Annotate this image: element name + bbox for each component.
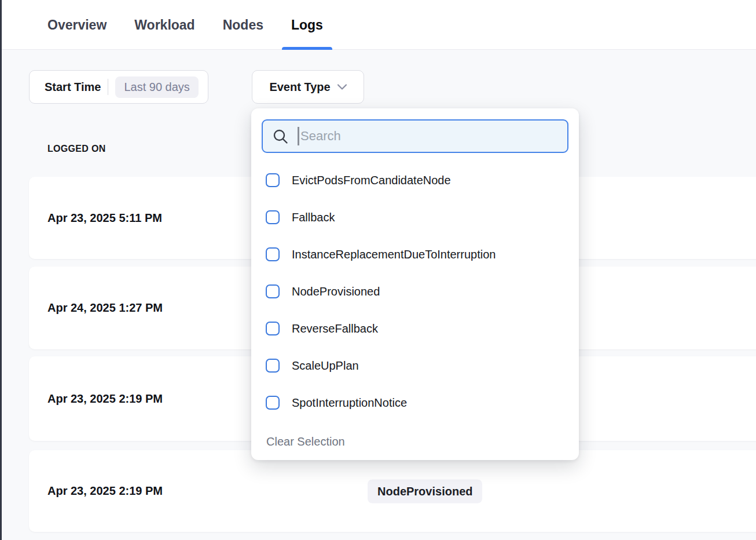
event-type-options: EvictPodsFromCandidateNode Fallback Inst…: [251, 162, 579, 421]
active-tab-underline: [282, 47, 332, 50]
logged-on-value: Apr 24, 2025 1:27 PM: [47, 301, 163, 315]
tab-overview-label: Overview: [47, 17, 107, 33]
option-fallback[interactable]: Fallback: [251, 199, 579, 236]
option-scaleupplan[interactable]: ScaleUpPlan: [251, 347, 579, 384]
option-spotinterruptionnotice[interactable]: SpotInterruptionNotice: [251, 384, 579, 421]
option-label: ReverseFallback: [292, 322, 378, 335]
tab-bar: Overview Workload Nodes Logs: [0, 0, 756, 50]
sidebar-edge: [0, 0, 2, 540]
event-type-badge: NodeProvisioned: [368, 479, 482, 503]
checkbox[interactable]: [266, 210, 280, 224]
column-header-logged-on: LOGGED ON: [47, 144, 105, 154]
tabs: Overview Workload Nodes Logs: [38, 0, 332, 50]
start-time-value[interactable]: Last 90 days: [115, 76, 198, 98]
log-row[interactable]: Apr 23, 2025 2:19 PM NodeProvisioned: [29, 450, 756, 532]
dropdown-search-box[interactable]: [262, 119, 568, 153]
checkbox[interactable]: [266, 247, 280, 261]
logs-page: Overview Workload Nodes Logs Start Time …: [0, 0, 756, 540]
checkbox[interactable]: [266, 284, 280, 298]
event-type-label: Event Type: [269, 81, 330, 94]
logged-on-value: Apr 23, 2025 2:19 PM: [47, 392, 163, 406]
option-label: Fallback: [292, 211, 335, 224]
option-nodeprovisioned[interactable]: NodeProvisioned: [251, 273, 579, 310]
tab-logs[interactable]: Logs: [282, 0, 332, 50]
logged-on-value: Apr 23, 2025 5:11 PM: [47, 211, 162, 225]
dropdown-search-input[interactable]: [299, 129, 567, 144]
tab-overview[interactable]: Overview: [38, 0, 116, 50]
option-label: ScaleUpPlan: [292, 359, 359, 373]
option-reversefallback[interactable]: ReverseFallback: [251, 310, 579, 347]
tab-nodes[interactable]: Nodes: [214, 0, 273, 50]
start-time-label: Start Time: [45, 81, 101, 94]
checkbox[interactable]: [266, 359, 280, 373]
clear-selection-button[interactable]: Clear Selection: [266, 435, 345, 448]
option-label: SpotInterruptionNotice: [292, 396, 407, 410]
checkbox[interactable]: [266, 322, 280, 335]
option-label: EvictPodsFromCandidateNode: [292, 174, 451, 187]
search-icon: [273, 129, 288, 144]
tab-nodes-label: Nodes: [223, 17, 263, 33]
event-type-filter[interactable]: Event Type: [252, 70, 364, 104]
option-instancereplacementduetointerruption[interactable]: InstanceReplacementDueToInterruption: [251, 236, 579, 273]
checkbox[interactable]: [266, 173, 280, 187]
logged-on-value: Apr 23, 2025 2:19 PM: [47, 484, 163, 498]
option-label: InstanceReplacementDueToInterruption: [292, 248, 496, 261]
filter-divider: [108, 79, 108, 95]
checkbox[interactable]: [266, 396, 280, 410]
start-time-filter[interactable]: Start Time Last 90 days: [29, 70, 208, 104]
chevron-down-icon: [337, 84, 347, 90]
tab-workload-label: Workload: [134, 17, 194, 33]
option-label: NodeProvisioned: [292, 285, 380, 298]
event-type-dropdown-panel: EvictPodsFromCandidateNode Fallback Inst…: [251, 108, 579, 460]
tab-workload[interactable]: Workload: [125, 0, 204, 50]
option-evictpodsfromcandidatenode[interactable]: EvictPodsFromCandidateNode: [251, 162, 579, 199]
tab-logs-label: Logs: [291, 17, 323, 33]
